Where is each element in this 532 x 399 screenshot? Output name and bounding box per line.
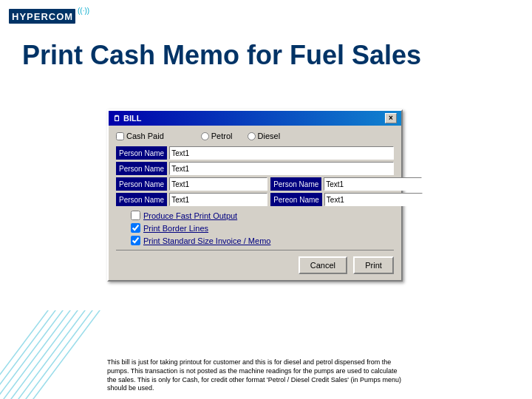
field-input-3a[interactable] [169, 177, 267, 191]
field-label-3b: Person Name [270, 177, 321, 191]
logo: HYPERCOM ((·)) [9, 6, 98, 27]
dialog-icon: 🗒 [113, 115, 120, 123]
field-input-3b[interactable] [324, 177, 422, 191]
diesel-label: Diesel [258, 132, 281, 140]
svg-text:HYPERCOM: HYPERCOM [12, 11, 73, 22]
field-label-1: Person Name [116, 146, 167, 160]
checkbox-standard-size-label: Print Standard Size Invoice / Memo [143, 236, 270, 245]
dialog-bill: 🗒 BILL × Cash Paid Petrol Diesel Person … [107, 109, 403, 282]
checkbox-fast-print-label: Produce Fast Print Output [143, 211, 237, 220]
diesel-radio-input[interactable] [248, 132, 256, 140]
checkbox-border-lines[interactable]: Print Border Lines [116, 223, 394, 233]
field-label-3a: Person Name [116, 177, 167, 191]
header: HYPERCOM ((·)) [0, 0, 532, 33]
form-row-3: Person Name Person Name [116, 177, 394, 191]
form-row-4: Person Name Pereon Name [116, 193, 394, 206]
form-row-3-left: Person Name [116, 177, 267, 191]
cash-paid-label: Cash Paid [126, 132, 164, 140]
checkbox-standard-size-input[interactable] [131, 236, 140, 245]
cancel-button[interactable]: Cancel [299, 256, 347, 274]
decorative-lines [0, 310, 103, 399]
svg-line-9 [0, 310, 66, 399]
petrol-radio-input[interactable] [201, 132, 209, 140]
dialog-title-area: 🗒 BILL [113, 114, 141, 123]
diesel-radio[interactable]: Diesel [248, 132, 281, 140]
dialog-body: Cash Paid Petrol Diesel Person Name Pers… [109, 126, 401, 280]
form-row-2: Person Name [116, 162, 394, 175]
dialog-title-text: BILL [123, 114, 141, 123]
petrol-label: Petrol [211, 132, 233, 140]
checkbox-fast-print[interactable]: Produce Fast Print Output [116, 211, 394, 220]
checkbox-fast-print-input[interactable] [131, 211, 140, 220]
checkbox-border-lines-label: Print Border Lines [143, 224, 208, 233]
cash-paid-input[interactable] [116, 132, 124, 140]
field-label-4b: Pereon Name [270, 193, 322, 206]
cash-paid-checkbox[interactable]: Cash Paid [116, 132, 164, 140]
logo-svg: HYPERCOM ((·)) [9, 6, 98, 27]
form-row-3-right: Person Name [270, 177, 422, 191]
dialog-close-button[interactable]: × [385, 113, 397, 123]
field-input-4a[interactable] [169, 193, 267, 206]
svg-text:((·)): ((·)) [78, 7, 89, 15]
petrol-radio[interactable]: Petrol [201, 132, 233, 140]
checkbox-standard-size[interactable]: Print Standard Size Invoice / Memo [116, 236, 394, 245]
form-row-1: Person Name [116, 146, 394, 160]
checkboxes-section: Produce Fast Print Output Print Border L… [116, 211, 394, 245]
form-row-4-left: Person Name [116, 193, 267, 206]
page-title: Print Cash Memo for Fuel Sales [0, 33, 532, 82]
separator [116, 250, 394, 250]
svg-line-4 [0, 310, 81, 399]
form-row-4-right: Pereon Name [270, 193, 423, 206]
footer-text: This bill is just for taking printout fo… [107, 358, 403, 393]
field-label-2: Person Name [116, 162, 167, 175]
dialog-titlebar: 🗒 BILL × [109, 111, 401, 126]
field-input-1[interactable] [169, 146, 394, 160]
field-input-4b[interactable] [324, 193, 423, 206]
checkbox-border-lines-input[interactable] [131, 223, 140, 233]
field-label-4a: Person Name [116, 193, 167, 206]
print-button[interactable]: Print [353, 256, 394, 274]
svg-line-8 [22, 310, 103, 399]
field-input-2[interactable] [169, 162, 394, 175]
radio-options-row: Cash Paid Petrol Diesel [116, 132, 394, 140]
buttons-row: Cancel Print [116, 256, 394, 274]
